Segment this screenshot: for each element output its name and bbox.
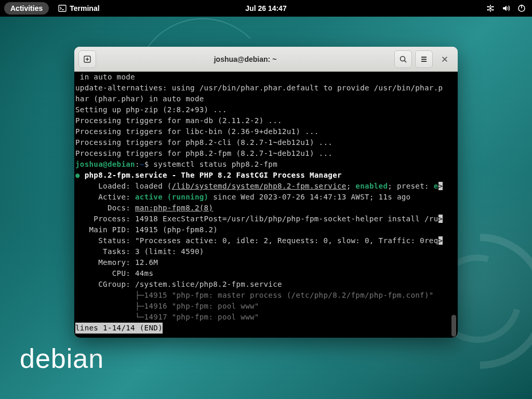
new-tab-button[interactable] (78, 50, 96, 68)
clock[interactable]: Jul 26 14:47 (245, 4, 286, 12)
scrollbar-thumb[interactable] (451, 315, 456, 337)
svg-point-1 (489, 7, 491, 9)
term-line: in auto mode (75, 72, 457, 83)
os-logo-text: debian (20, 343, 104, 374)
terminal-viewport[interactable]: in auto mode update-alternatives: using … (74, 72, 458, 338)
term-line: ├─14915 "php-fpm: master process (/etc/p… (75, 290, 457, 301)
activities-button[interactable]: Activities (4, 2, 49, 15)
term-line: Setting up php-zip (2:8.2+93) ... (75, 104, 457, 115)
term-line: CGroup: /system.slice/php8.2-fpm.service (75, 279, 457, 290)
system-tray[interactable] (486, 4, 526, 12)
terminal-icon (58, 4, 66, 12)
svg-rect-0 (59, 5, 66, 11)
volume-icon[interactable] (502, 4, 510, 12)
term-line: Processing triggers for man-db (2.11.2-2… (75, 115, 457, 126)
term-line: har (phar.phar) in auto mode (75, 94, 457, 104)
network-icon[interactable] (486, 4, 495, 12)
hamburger-menu-button[interactable] (415, 50, 433, 68)
svg-point-4 (487, 9, 489, 11)
svg-point-5 (493, 9, 494, 11)
term-line: Processing triggers for php8.2-cli (8.2.… (75, 137, 457, 148)
term-line: ● php8.2-fpm.service - The PHP 8.2 FastC… (75, 170, 457, 181)
term-prompt-line: joshua@debian:~$ systemctl status php8.2… (75, 159, 457, 170)
terminal-scrollbar[interactable] (451, 72, 457, 338)
svg-point-2 (487, 6, 489, 8)
terminal-window: joshua@debian: ~ in auto mode update-alt… (74, 47, 458, 338)
pager-status: lines 1-14/14 (END) (75, 323, 457, 334)
term-line: CPU: 44ms (75, 268, 457, 279)
term-line: Memory: 12.6M (75, 257, 457, 268)
term-line: Processing triggers for libc-bin (2.36-9… (75, 126, 457, 137)
power-icon[interactable] (517, 4, 526, 12)
active-app-menu[interactable]: Terminal (58, 4, 99, 12)
term-line: Main PID: 14915 (php-fpm8.2) (75, 224, 457, 235)
svg-point-3 (493, 6, 494, 8)
term-line: Loaded: loaded (/lib/systemd/system/php8… (75, 181, 457, 192)
svg-point-9 (401, 56, 405, 61)
gnome-topbar: Activities Terminal Jul 26 14:47 (0, 0, 532, 17)
term-line: ├─14916 "php-fpm: pool www" (75, 301, 457, 312)
term-line: Status: "Processes active: 0, idle: 2, R… (75, 235, 457, 246)
active-app-label: Terminal (70, 4, 99, 12)
term-line: Process: 14918 ExecStartPost=/usr/lib/ph… (75, 214, 457, 224)
term-line: Processing triggers for php8.2-fpm (8.2.… (75, 148, 457, 159)
close-button[interactable] (436, 50, 454, 68)
term-line: Tasks: 3 (limit: 4590) (75, 246, 457, 257)
term-line: └─14917 "php-fpm: pool www" (75, 312, 457, 323)
term-line: Active: active (running) since Wed 2023-… (75, 192, 457, 203)
search-button[interactable] (394, 50, 412, 68)
svg-line-10 (405, 60, 407, 62)
term-line: update-alternatives: using /usr/bin/phar… (75, 83, 457, 94)
window-titlebar[interactable]: joshua@debian: ~ (74, 47, 458, 72)
window-title: joshua@debian: ~ (96, 55, 394, 63)
term-line: Docs: man:php-fpm8.2(8) (75, 203, 457, 214)
